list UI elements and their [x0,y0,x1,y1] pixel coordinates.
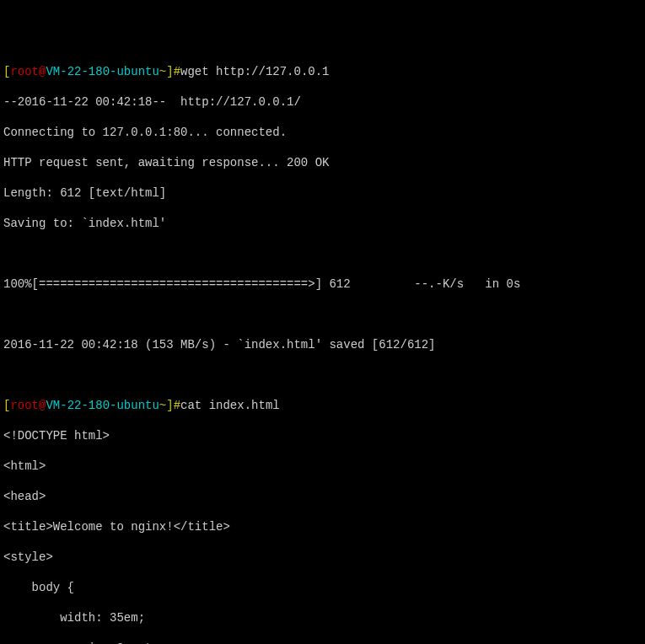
cat-output: width: 35em; [3,610,642,625]
cat-output: <style> [3,550,642,565]
blank-line [3,246,642,261]
prompt-line-1[interactable]: [root@VM-22-180-ubuntu~]#wget http://127… [3,64,642,79]
blank-line [3,307,642,322]
wget-output: --2016-11-22 00:42:18-- http://127.0.0.1… [3,94,642,110]
cat-output: margin: 0 auto; [3,641,642,644]
hash: # [174,65,180,78]
cat-output: <title>Welcome to nginx!</title> [3,519,642,534]
cat-output: <!DOCTYPE html> [3,428,642,443]
wget-output: HTTP request sent, awaiting response... … [3,155,642,170]
wget-output: 2016-11-22 00:42:18 (153 MB/s) - `index.… [3,337,642,352]
cat-output: <html> [3,459,642,474]
path: ~ [159,399,166,412]
command-cat: cat index.html [180,399,280,412]
wget-output: Length: 612 [text/html] [3,185,642,201]
wget-output: Connecting to 127.0.0.1:80... connected. [3,125,642,140]
cat-output: body { [3,580,642,595]
bracket: ] [166,65,173,78]
hash: # [174,399,180,412]
cat-output: <head> [3,489,642,504]
wget-progress: 100%[===================================… [3,276,642,292]
host: VM-22-180-ubuntu [46,399,159,412]
user: root@ [10,399,46,412]
blank-line [3,368,642,383]
user: root@ [10,65,46,78]
path: ~ [159,65,166,78]
bracket: ] [166,399,173,412]
wget-output: Saving to: `index.html' [3,216,642,231]
prompt-line-2[interactable]: [root@VM-22-180-ubuntu~]#cat index.html [3,398,642,413]
command-wget: wget http://127.0.0.1 [180,65,329,78]
host: VM-22-180-ubuntu [46,65,159,78]
